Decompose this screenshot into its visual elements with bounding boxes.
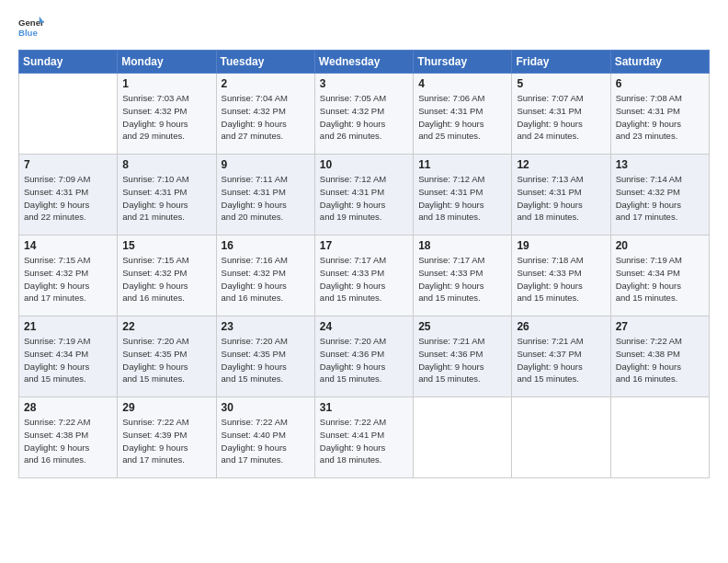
day-info: Sunrise: 7:20 AM Sunset: 4:35 PM Dayligh…	[222, 335, 310, 385]
calendar-cell: 15Sunrise: 7:15 AM Sunset: 4:32 PM Dayli…	[118, 236, 216, 316]
day-number: 8	[122, 158, 210, 171]
day-number: 10	[320, 158, 408, 171]
day-info: Sunrise: 7:18 AM Sunset: 4:33 PM Dayligh…	[517, 254, 605, 304]
weekday-header-sunday: Sunday	[19, 51, 118, 74]
day-info: Sunrise: 7:15 AM Sunset: 4:32 PM Dayligh…	[122, 254, 210, 304]
weekday-header-wednesday: Wednesday	[314, 51, 413, 74]
calendar-cell: 2Sunrise: 7:04 AM Sunset: 4:32 PM Daylig…	[216, 74, 314, 155]
day-number: 26	[517, 320, 605, 333]
day-info: Sunrise: 7:12 AM Sunset: 4:31 PM Dayligh…	[418, 173, 506, 224]
calendar-cell: 22Sunrise: 7:20 AM Sunset: 4:35 PM Dayli…	[118, 316, 216, 397]
day-number: 2	[222, 77, 310, 90]
day-info: Sunrise: 7:20 AM Sunset: 4:35 PM Dayligh…	[122, 335, 210, 385]
day-number: 4	[418, 77, 506, 90]
weekday-header-row: SundayMondayTuesdayWednesdayThursdayFrid…	[19, 51, 710, 74]
weekday-header-thursday: Thursday	[414, 51, 512, 74]
day-info: Sunrise: 7:08 AM Sunset: 4:31 PM Dayligh…	[616, 92, 704, 143]
page: General Blue SundayMondayTuesdayWednesda…	[0, 0, 728, 563]
calendar-cell: 23Sunrise: 7:20 AM Sunset: 4:35 PM Dayli…	[216, 316, 314, 397]
calendar-cell: 29Sunrise: 7:22 AM Sunset: 4:39 PM Dayli…	[118, 397, 216, 478]
day-number: 19	[517, 239, 605, 252]
calendar-table: SundayMondayTuesdayWednesdayThursdayFrid…	[18, 50, 710, 478]
calendar-cell: 8Sunrise: 7:10 AM Sunset: 4:31 PM Daylig…	[118, 155, 216, 236]
calendar-body: 1Sunrise: 7:03 AM Sunset: 4:32 PM Daylig…	[19, 74, 710, 478]
day-info: Sunrise: 7:21 AM Sunset: 4:36 PM Dayligh…	[418, 335, 506, 385]
calendar-cell: 30Sunrise: 7:22 AM Sunset: 4:40 PM Dayli…	[216, 397, 314, 478]
calendar-cell: 25Sunrise: 7:21 AM Sunset: 4:36 PM Dayli…	[414, 316, 512, 397]
weekday-header-friday: Friday	[512, 51, 610, 74]
day-number: 27	[616, 320, 704, 333]
day-info: Sunrise: 7:17 AM Sunset: 4:33 PM Dayligh…	[418, 254, 506, 304]
day-number: 24	[320, 320, 408, 333]
calendar-cell: 5Sunrise: 7:07 AM Sunset: 4:31 PM Daylig…	[512, 74, 610, 155]
day-number: 7	[24, 158, 112, 171]
day-info: Sunrise: 7:22 AM Sunset: 4:39 PM Dayligh…	[122, 416, 210, 466]
calendar-week-1: 1Sunrise: 7:03 AM Sunset: 4:32 PM Daylig…	[19, 74, 710, 155]
weekday-header-monday: Monday	[118, 51, 216, 74]
header: General Blue	[18, 15, 710, 40]
day-info: Sunrise: 7:05 AM Sunset: 4:32 PM Dayligh…	[320, 92, 408, 143]
day-number: 9	[222, 158, 310, 171]
day-number: 17	[320, 239, 408, 252]
calendar-cell: 7Sunrise: 7:09 AM Sunset: 4:31 PM Daylig…	[19, 155, 118, 236]
day-info: Sunrise: 7:19 AM Sunset: 4:34 PM Dayligh…	[24, 335, 112, 385]
logo-svg: General Blue	[18, 15, 44, 40]
day-info: Sunrise: 7:22 AM Sunset: 4:38 PM Dayligh…	[616, 335, 704, 385]
day-number: 15	[122, 239, 210, 252]
day-number: 21	[24, 320, 112, 333]
calendar-cell: 14Sunrise: 7:15 AM Sunset: 4:32 PM Dayli…	[19, 236, 118, 316]
day-number: 11	[418, 158, 506, 171]
calendar-cell: 19Sunrise: 7:18 AM Sunset: 4:33 PM Dayli…	[512, 236, 610, 316]
calendar-cell	[19, 74, 118, 155]
day-number: 5	[517, 77, 605, 90]
calendar-cell: 9Sunrise: 7:11 AM Sunset: 4:31 PM Daylig…	[216, 155, 314, 236]
day-number: 6	[616, 77, 704, 90]
calendar-cell: 26Sunrise: 7:21 AM Sunset: 4:37 PM Dayli…	[512, 316, 610, 397]
day-info: Sunrise: 7:06 AM Sunset: 4:31 PM Dayligh…	[418, 92, 506, 143]
day-info: Sunrise: 7:20 AM Sunset: 4:36 PM Dayligh…	[320, 335, 408, 385]
day-number: 25	[418, 320, 506, 333]
day-info: Sunrise: 7:15 AM Sunset: 4:32 PM Dayligh…	[24, 254, 112, 304]
day-info: Sunrise: 7:07 AM Sunset: 4:31 PM Dayligh…	[517, 92, 605, 143]
day-info: Sunrise: 7:11 AM Sunset: 4:31 PM Dayligh…	[222, 173, 310, 224]
weekday-header-saturday: Saturday	[610, 51, 709, 74]
calendar-cell: 21Sunrise: 7:19 AM Sunset: 4:34 PM Dayli…	[19, 316, 118, 397]
day-number: 22	[122, 320, 210, 333]
calendar-cell: 28Sunrise: 7:22 AM Sunset: 4:38 PM Dayli…	[19, 397, 118, 478]
day-number: 20	[616, 239, 704, 252]
calendar-cell: 20Sunrise: 7:19 AM Sunset: 4:34 PM Dayli…	[610, 236, 709, 316]
day-info: Sunrise: 7:17 AM Sunset: 4:33 PM Dayligh…	[320, 254, 408, 304]
day-info: Sunrise: 7:04 AM Sunset: 4:32 PM Dayligh…	[222, 92, 310, 143]
weekday-header-tuesday: Tuesday	[216, 51, 314, 74]
calendar-cell: 27Sunrise: 7:22 AM Sunset: 4:38 PM Dayli…	[610, 316, 709, 397]
day-info: Sunrise: 7:22 AM Sunset: 4:41 PM Dayligh…	[320, 416, 408, 466]
calendar-cell: 16Sunrise: 7:16 AM Sunset: 4:32 PM Dayli…	[216, 236, 314, 316]
logo: General Blue	[18, 15, 44, 40]
day-info: Sunrise: 7:21 AM Sunset: 4:37 PM Dayligh…	[517, 335, 605, 385]
day-number: 18	[418, 239, 506, 252]
calendar-cell: 1Sunrise: 7:03 AM Sunset: 4:32 PM Daylig…	[118, 74, 216, 155]
day-number: 14	[24, 239, 112, 252]
calendar-cell: 4Sunrise: 7:06 AM Sunset: 4:31 PM Daylig…	[414, 74, 512, 155]
day-number: 16	[222, 239, 310, 252]
calendar-week-2: 7Sunrise: 7:09 AM Sunset: 4:31 PM Daylig…	[19, 155, 710, 236]
day-number: 29	[122, 401, 210, 414]
calendar-cell: 18Sunrise: 7:17 AM Sunset: 4:33 PM Dayli…	[414, 236, 512, 316]
svg-text:Blue: Blue	[18, 28, 38, 38]
calendar-cell	[414, 397, 512, 478]
day-info: Sunrise: 7:12 AM Sunset: 4:31 PM Dayligh…	[320, 173, 408, 224]
day-number: 31	[320, 401, 408, 414]
day-number: 28	[24, 401, 112, 414]
day-number: 3	[320, 77, 408, 90]
calendar-cell: 12Sunrise: 7:13 AM Sunset: 4:31 PM Dayli…	[512, 155, 610, 236]
calendar-cell: 10Sunrise: 7:12 AM Sunset: 4:31 PM Dayli…	[314, 155, 413, 236]
day-info: Sunrise: 7:03 AM Sunset: 4:32 PM Dayligh…	[122, 92, 210, 143]
calendar-week-3: 14Sunrise: 7:15 AM Sunset: 4:32 PM Dayli…	[19, 236, 710, 316]
calendar-cell	[512, 397, 610, 478]
calendar-week-5: 28Sunrise: 7:22 AM Sunset: 4:38 PM Dayli…	[19, 397, 710, 478]
calendar-cell: 6Sunrise: 7:08 AM Sunset: 4:31 PM Daylig…	[610, 74, 709, 155]
day-info: Sunrise: 7:19 AM Sunset: 4:34 PM Dayligh…	[616, 254, 704, 304]
calendar-cell: 24Sunrise: 7:20 AM Sunset: 4:36 PM Dayli…	[314, 316, 413, 397]
calendar-cell: 13Sunrise: 7:14 AM Sunset: 4:32 PM Dayli…	[610, 155, 709, 236]
day-number: 30	[222, 401, 310, 414]
